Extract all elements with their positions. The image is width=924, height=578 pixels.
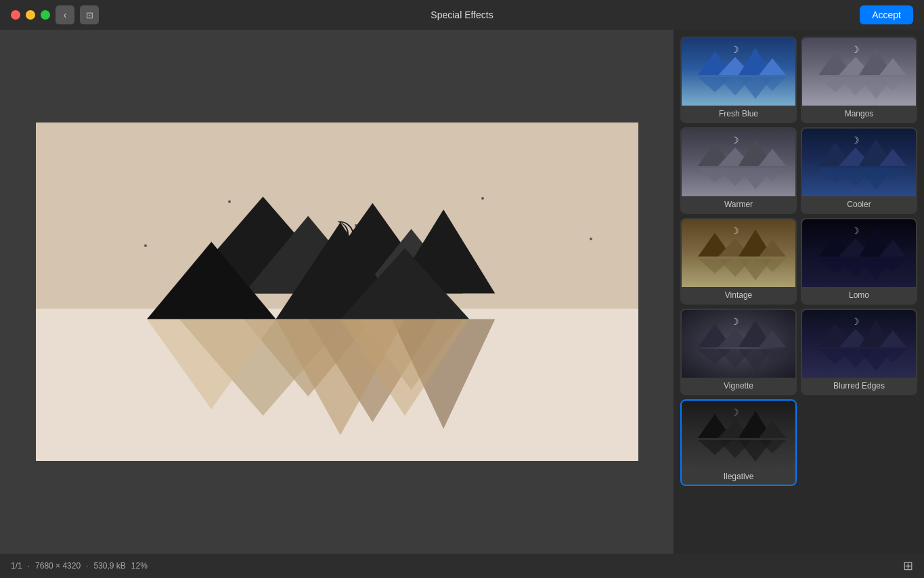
effect-thumb-warmer: ☽ <box>682 129 795 196</box>
svg-text:☽: ☽ <box>730 316 739 327</box>
effect-label-blurred-edges: Blurred Edges <box>802 378 916 394</box>
sidebar: ☽ Fresh Blue ☽ Mangos <box>674 30 924 554</box>
effect-label-vignette: Vignette <box>682 378 795 394</box>
effect-item-cooler[interactable]: ☽ Cooler <box>801 127 917 214</box>
statusbar: 1/1 · 7680 × 4320 · 530,9 kB 12% ⊞ <box>0 554 924 578</box>
maximize-button[interactable] <box>41 10 50 20</box>
separator-2: · <box>86 561 88 571</box>
effect-thumb-negative: ☽ <box>682 401 795 468</box>
effect-thumb-vignette: ☽ <box>682 310 795 378</box>
effect-item-vintage[interactable]: ☽ Vintage <box>680 218 797 305</box>
window-title: Special Effects <box>431 9 493 20</box>
svg-text:☽: ☽ <box>730 407 739 418</box>
effect-label-mangos: Mangos <box>802 106 916 122</box>
effect-thumb-mangos: ☽ <box>802 38 916 106</box>
titlebar: ‹ ⊡ Special Effects Accept <box>0 0 924 30</box>
effect-thumb-vintage: ☽ <box>682 219 795 287</box>
mountains-illustration <box>36 190 638 461</box>
status-info: 1/1 · 7680 × 4320 · 530,9 kB 12% <box>11 561 148 571</box>
effect-label-lomo: Lomo <box>802 287 916 303</box>
crop-button[interactable]: ⊡ <box>80 5 99 24</box>
grid-icon[interactable]: ⊞ <box>903 558 913 573</box>
scene: ☽ <box>36 123 638 461</box>
effect-item-warmer[interactable]: ☽ Warmer <box>680 127 797 214</box>
accept-button[interactable]: Accept <box>860 5 913 24</box>
svg-text:☽: ☽ <box>851 316 860 327</box>
close-button[interactable] <box>11 10 20 20</box>
effect-item-blurred-edges[interactable]: ☽ Blurred Edges <box>801 309 917 395</box>
effect-item-mangos[interactable]: ☽ Mangos <box>801 37 917 123</box>
back-button[interactable]: ‹ <box>56 5 74 24</box>
page-indicator: 1/1 <box>11 561 22 571</box>
svg-text:☽: ☽ <box>730 225 739 236</box>
effect-thumb-lomo: ☽ <box>802 219 916 287</box>
effects-grid: ☽ Fresh Blue ☽ Mangos <box>680 37 917 486</box>
file-size: 530,9 kB <box>93 561 125 571</box>
effect-label-negative: Ilegative <box>682 468 795 485</box>
svg-text:☽: ☽ <box>851 225 860 236</box>
image-container: ☽ <box>36 123 638 461</box>
effect-thumb-blurred-edges: ☽ <box>802 310 916 378</box>
effect-label-warmer: Warmer <box>682 196 795 213</box>
window-controls: ‹ ⊡ <box>11 5 99 24</box>
svg-text:☽: ☽ <box>851 135 860 146</box>
effect-label-cooler: Cooler <box>802 196 916 213</box>
separator-1: · <box>28 561 30 571</box>
effect-item-lomo[interactable]: ☽ Lomo <box>801 218 917 305</box>
effect-label-vintage: Vintage <box>682 287 795 303</box>
effect-item-negative[interactable]: ☽ Ilegative <box>680 399 797 486</box>
effect-item-vignette[interactable]: ☽ Vignette <box>680 309 797 395</box>
svg-text:☽: ☽ <box>730 135 739 146</box>
zoom-level: 12% <box>131 561 148 571</box>
effect-thumb-fresh-blue: ☽ <box>682 38 795 106</box>
image-dimensions: 7680 × 4320 <box>35 561 81 571</box>
canvas-area: ☽ <box>0 30 674 554</box>
effect-item-fresh-blue[interactable]: ☽ Fresh Blue <box>680 37 797 123</box>
svg-text:☽: ☽ <box>730 44 739 55</box>
effect-thumb-cooler: ☽ <box>802 129 916 196</box>
effect-label-fresh-blue: Fresh Blue <box>682 106 795 122</box>
svg-text:☽: ☽ <box>851 44 860 55</box>
main-content: ☽ <box>0 30 924 554</box>
minimize-button[interactable] <box>26 10 35 20</box>
